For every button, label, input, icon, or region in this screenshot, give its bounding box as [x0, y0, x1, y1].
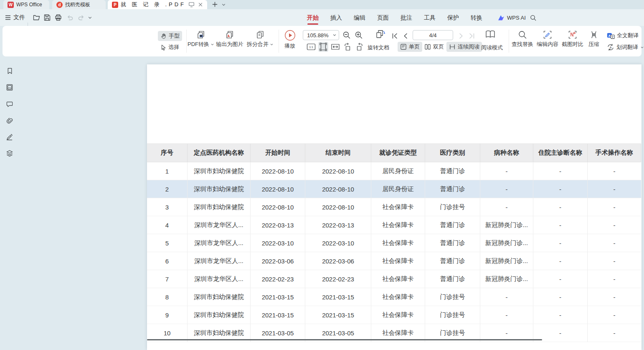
reading-mode-label[interactable]: 阅读模式: [479, 44, 505, 51]
pdf-convert-button[interactable]: W PDF转换: [187, 30, 215, 48]
wps-ai-button[interactable]: WPS AI: [498, 13, 526, 23]
pdf-page[interactable]: 序号定点医药机构名称开始时间结束时间就诊凭证类型医疗类别病种名称住院主诊断名称手…: [147, 64, 641, 350]
double-page-label: 双页: [433, 43, 444, 51]
table-row[interactable]: 9深圳市妇幼保健院2021-03-152021-03-15社会保障卡门诊挂号--…: [147, 306, 641, 324]
first-page-button[interactable]: [390, 31, 400, 41]
tab-bar: W WPS Office d 找稻壳模板 P 就 医 记 录 .PDF: [0, 0, 644, 9]
signature-panel-icon[interactable]: [5, 133, 14, 141]
table-row[interactable]: 2深圳市妇幼保健院2022-08-102022-08-10居民身份证普通门诊--…: [147, 180, 641, 198]
zoom-in-button[interactable]: [354, 30, 364, 40]
table-cell: 新冠肺炎门诊...: [480, 270, 533, 288]
table-row[interactable]: 8深圳市妇幼保健院2021-03-152021-03-15社会保障卡门诊挂号--…: [147, 288, 641, 306]
header-cell: 住院主诊断名称: [533, 144, 588, 162]
tab-list-dropdown-icon[interactable]: [221, 3, 226, 7]
next-page-button[interactable]: [456, 31, 466, 41]
table-cell: 2022-03-10: [305, 234, 371, 252]
thumbnail-panel-icon[interactable]: [5, 83, 14, 92]
ribbon-search-icon[interactable]: [530, 13, 537, 23]
hand-tool-button[interactable]: 手型: [158, 31, 182, 41]
ribbon-tab-home[interactable]: 开始: [307, 14, 319, 22]
table-cell: -: [588, 162, 641, 180]
page-number-input[interactable]: 4/4: [413, 30, 453, 40]
file-menu-button[interactable]: 文件: [5, 13, 25, 23]
rotate-left-button[interactable]: [342, 42, 352, 52]
rotate-right-button[interactable]: [355, 42, 365, 52]
new-tab-button[interactable]: [211, 1, 218, 8]
undo-button[interactable]: [66, 13, 74, 23]
read-mode-book-icon[interactable]: [484, 29, 497, 39]
toolbar-divider: [509, 30, 509, 53]
table-row[interactable]: 4深圳市龙华区人...2022-03-132022-03-13社会保障卡普通门诊…: [147, 216, 641, 234]
ribbon-tabs: 开始 插入 编辑 页面 批注 工具 保护 转换: [307, 13, 482, 23]
table-cell: 2021-03-15: [305, 306, 371, 324]
zoom-level-value: 105.88%: [303, 32, 332, 38]
table-row[interactable]: 5深圳市龙华区人...2022-03-102022-03-10社会保障卡普通门诊…: [147, 234, 641, 252]
table-cell: 2022-08-10: [305, 180, 371, 198]
table-cell: 居民身份证: [371, 162, 425, 180]
tab-docer-templates[interactable]: d 找稻壳模板: [52, 0, 106, 9]
ribbon-tab-page[interactable]: 页面: [377, 14, 389, 22]
tab-wps-home[interactable]: W WPS Office: [3, 0, 49, 9]
save-button[interactable]: [43, 13, 51, 23]
word-translate-button[interactable]: A 划词翻译: [604, 42, 644, 52]
chevron-down-icon: [270, 43, 274, 46]
ribbon-tab-convert[interactable]: 转换: [471, 14, 482, 22]
table-cell: 深圳市妇幼保健院: [188, 198, 251, 216]
bookmark-panel-icon[interactable]: [5, 67, 14, 75]
tab-document[interactable]: P 就 医 记 录 .PDF: [108, 0, 207, 9]
screenshot-compare-button[interactable]: 截图对比: [560, 30, 586, 48]
table-row[interactable]: 1深圳市妇幼保健院2022-08-102022-08-10居民身份证普通门诊--…: [147, 162, 641, 180]
cast-screen-icon[interactable]: [188, 2, 195, 8]
zoom-level-select[interactable]: 105.88%: [303, 30, 339, 40]
table-cell: 社会保障卡: [371, 252, 425, 270]
zoom-out-button[interactable]: [342, 30, 352, 40]
hamburger-icon: [5, 15, 11, 20]
table-row[interactable]: 3深圳市妇幼保健院2022-08-102022-08-10社会保障卡门诊挂号--…: [147, 198, 641, 216]
redo-button[interactable]: [77, 13, 85, 23]
ribbon-tab-protect[interactable]: 保护: [447, 14, 459, 22]
previous-page-button[interactable]: [401, 31, 411, 41]
last-page-button[interactable]: [467, 31, 477, 41]
ribbon-tab-tools[interactable]: 工具: [424, 14, 436, 22]
open-file-button[interactable]: [33, 13, 41, 23]
layers-panel-icon[interactable]: [5, 149, 14, 158]
attachment-panel-icon[interactable]: [5, 116, 14, 125]
compress-button[interactable]: 压缩: [585, 30, 603, 48]
rotate-pages-icon[interactable]: [373, 29, 387, 39]
menu-bar: 文件 开始 插入 编辑 页面 批注 工具 保护 转换 WPS AI: [0, 9, 644, 26]
split-merge-button[interactable]: 拆分合并: [246, 30, 275, 48]
select-tool-button[interactable]: 选择: [158, 42, 182, 52]
table-cell: 深圳市妇幼保健院: [188, 288, 251, 306]
tab-home-label: WPS Office: [16, 2, 42, 8]
table-cell: 新冠肺炎门诊...: [480, 234, 533, 252]
quick-access-dropdown-icon[interactable]: [88, 13, 92, 23]
table-row[interactable]: 7深圳市龙华区人...2022-02-232022-02-23社会保障卡普通门诊…: [147, 270, 641, 288]
find-replace-button[interactable]: 查找替换: [510, 30, 535, 48]
continuous-reading-button[interactable]: 连续阅读: [446, 42, 482, 52]
edit-content-button[interactable]: 编辑内容: [535, 30, 560, 48]
table-cell: -: [588, 288, 641, 306]
close-tab-icon[interactable]: [198, 2, 203, 7]
table-row[interactable]: 6深圳市龙华区人...2022-03-062022-03-06社会保障卡普通门诊…: [147, 252, 641, 270]
fit-page-button[interactable]: [318, 42, 328, 52]
play-slideshow-button[interactable]: 播放: [280, 30, 300, 50]
table-cell: 2021-03-15: [251, 288, 305, 306]
full-text-translate-button[interactable]: A文 全文翻译: [604, 31, 641, 41]
ribbon-tab-comment[interactable]: 批注: [401, 14, 412, 22]
ribbon-tab-edit[interactable]: 编辑: [354, 14, 365, 22]
export-as-image-button[interactable]: 输出为图片: [213, 30, 246, 48]
table-cell: 深圳市妇幼保健院: [188, 180, 251, 198]
actual-size-button[interactable]: 1:1: [306, 42, 316, 52]
ribbon-tab-insert[interactable]: 插入: [330, 14, 342, 22]
print-button[interactable]: [54, 13, 62, 23]
table-cell: -: [480, 306, 533, 324]
rotate-document-label[interactable]: 旋转文档: [368, 44, 389, 51]
horizontal-scrollbar-thumb[interactable]: [147, 339, 542, 340]
single-page-button[interactable]: 单页: [398, 42, 422, 52]
comment-panel-icon[interactable]: [5, 100, 14, 108]
fit-width-button[interactable]: [330, 42, 340, 52]
chevron-down-icon: [640, 46, 644, 49]
wps-ai-logo-icon: [498, 15, 505, 21]
file-menu-label: 文件: [13, 14, 25, 21]
table-cell: 社会保障卡: [371, 288, 425, 306]
